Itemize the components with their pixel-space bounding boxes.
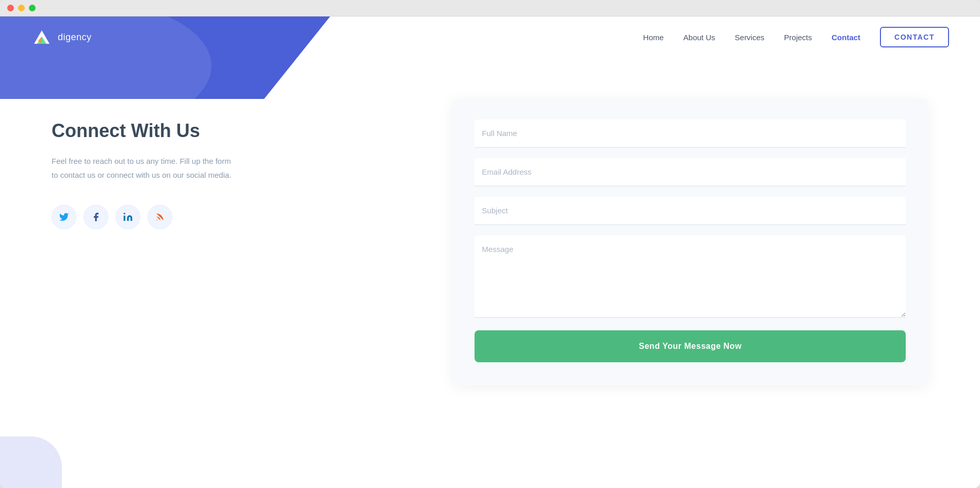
minimize-button[interactable] <box>18 5 25 11</box>
contact-form-card: Send Your Message Now <box>452 99 928 385</box>
logo-text: digency <box>58 32 92 43</box>
navbar: digency Home About Us Services Projects … <box>0 16 980 58</box>
section-title: Connect With Us <box>52 120 411 142</box>
main-content: Connect With Us Feel free to reach out t… <box>0 58 980 416</box>
bottom-decorative-blob <box>0 436 62 488</box>
rss-icon-button[interactable] <box>148 205 172 229</box>
maximize-button[interactable] <box>29 5 36 11</box>
logo-icon <box>31 26 53 48</box>
browser-window: digency Home About Us Services Projects … <box>0 0 980 488</box>
rss-icon <box>155 212 165 222</box>
nav-link-projects[interactable]: Projects <box>784 33 812 42</box>
message-field <box>475 235 906 328</box>
close-button[interactable] <box>7 5 14 11</box>
nav-link-home[interactable]: Home <box>643 33 664 42</box>
social-icons-container <box>52 205 411 229</box>
message-textarea[interactable] <box>475 235 906 318</box>
facebook-icon-button[interactable] <box>84 205 108 229</box>
svg-point-3 <box>124 213 125 214</box>
logo[interactable]: digency <box>31 26 92 48</box>
email-input[interactable] <box>475 158 906 187</box>
contact-cta-button[interactable]: CONTACT <box>880 27 949 47</box>
subject-input[interactable] <box>475 197 906 225</box>
nav-link-contact[interactable]: Contact <box>831 33 860 42</box>
twitter-icon-button[interactable] <box>52 205 76 229</box>
twitter-icon <box>59 212 69 222</box>
svg-point-4 <box>156 220 157 221</box>
section-description: Feel free to reach out to us any time. F… <box>52 154 237 182</box>
nav-link-about[interactable]: About Us <box>683 33 715 42</box>
nav-link-services[interactable]: Services <box>735 33 765 42</box>
full-name-field <box>475 120 906 156</box>
facebook-icon <box>91 212 101 222</box>
submit-button[interactable]: Send Your Message Now <box>475 330 906 362</box>
nav-links-container: Home About Us Services Projects Contact … <box>643 27 949 47</box>
email-field <box>475 158 906 195</box>
left-panel: Connect With Us Feel free to reach out t… <box>52 99 411 229</box>
full-name-input[interactable] <box>475 120 906 148</box>
linkedin-icon-button[interactable] <box>116 205 140 229</box>
subject-field <box>475 197 906 233</box>
page: digency Home About Us Services Projects … <box>0 16 980 488</box>
linkedin-icon <box>123 212 133 222</box>
browser-titlebar <box>0 0 980 16</box>
